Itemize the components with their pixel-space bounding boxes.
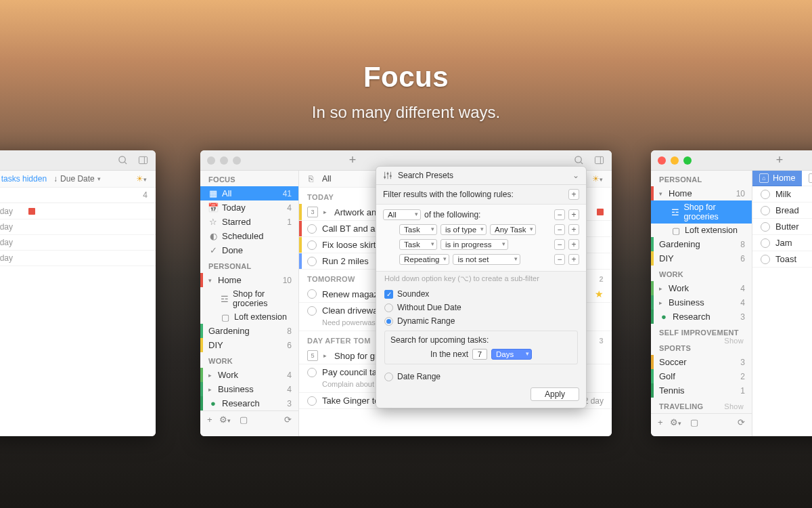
remove-rule-button[interactable]: − — [554, 254, 565, 265]
checkbox[interactable] — [307, 224, 317, 234]
max-light[interactable] — [683, 156, 692, 165]
sidebar-business[interactable]: ▸Business4 — [651, 295, 752, 310]
remove-rule-button[interactable]: − — [554, 224, 565, 235]
sidebar-focus-done[interactable]: ✓Done — [200, 243, 298, 257]
task-row[interactable]: Bread — [752, 203, 812, 219]
tab-shop[interactable]: 5▾Shop fo — [802, 171, 812, 186]
checkbox[interactable] — [761, 238, 770, 248]
show-button[interactable]: Show — [724, 402, 744, 410]
sync-icon[interactable]: ⟳ — [738, 417, 745, 427]
max-light[interactable] — [233, 156, 241, 165]
unit-select[interactable]: Days — [491, 349, 532, 360]
sidebar-tennis[interactable]: Tennis1 — [651, 383, 752, 398]
sidebar-work[interactable]: ▸Work4 — [651, 281, 752, 295]
svg-line-1 — [125, 162, 127, 164]
gear-icon[interactable]: ⚙▾ — [670, 417, 683, 427]
add-list-icon[interactable]: + — [658, 417, 663, 427]
sidebar-work[interactable]: ▸Work4 — [200, 368, 298, 382]
weather-icon[interactable]: ☀︎▾ — [592, 174, 605, 184]
search-icon[interactable] — [572, 154, 585, 167]
min-light[interactable] — [671, 156, 679, 165]
search-icon[interactable] — [116, 154, 129, 167]
add-rule-button[interactable]: + — [568, 239, 579, 250]
show-button[interactable]: Show — [724, 337, 744, 345]
scope-select[interactable]: All — [383, 209, 421, 220]
remove-rule-button[interactable]: − — [554, 239, 565, 250]
add-rule-button[interactable]: + — [568, 254, 579, 265]
calendar-footer-icon[interactable]: ▢ — [690, 417, 698, 427]
checkbox[interactable] — [307, 240, 317, 250]
checkbox[interactable] — [761, 222, 770, 232]
rule-op[interactable]: is in progress — [441, 239, 508, 250]
checkbox[interactable] — [761, 190, 770, 199]
min-light[interactable] — [220, 156, 228, 165]
sidebar-home[interactable]: ▾Home10 — [200, 273, 298, 287]
checkbox[interactable] — [307, 289, 317, 299]
sidebar-research[interactable]: ●Research3 — [200, 396, 298, 410]
apply-button[interactable]: Apply — [531, 387, 579, 401]
rule-field[interactable]: Task — [399, 239, 437, 250]
rule-value[interactable]: Any Task — [490, 224, 536, 235]
add-icon[interactable]: + — [776, 153, 784, 167]
sidebar-gardening[interactable]: Gardening8 — [651, 237, 752, 251]
task-row[interactable]: Butter — [752, 219, 812, 235]
soundex-label: Soundex — [397, 289, 429, 299]
add-icon[interactable]: + — [349, 153, 357, 167]
rule-field[interactable]: Repeating — [399, 254, 449, 265]
without-due-radio[interactable] — [384, 303, 393, 312]
panel-toggle-icon[interactable] — [593, 154, 605, 167]
sidebar-loft-extension[interactable]: ▢Loft extension — [651, 224, 752, 237]
weather-icon[interactable]: ☀︎▾ — [136, 174, 149, 184]
close-light[interactable] — [658, 156, 666, 165]
sidebar-business[interactable]: ▸Business4 — [200, 382, 298, 396]
date-range-radio[interactable] — [384, 373, 393, 381]
task-row[interactable]: Jam — [752, 235, 812, 251]
rule-field[interactable]: Task — [399, 224, 437, 235]
sidebar-golf[interactable]: Golf2 — [651, 369, 752, 383]
rule-op[interactable]: is not set — [453, 254, 520, 265]
checkbox[interactable] — [761, 255, 770, 264]
sidebar-focus-starred[interactable]: ☆Starred1 — [200, 215, 298, 229]
sidebar-diy[interactable]: DIY6 — [651, 251, 752, 266]
sidebar-diy[interactable]: DIY6 — [200, 338, 298, 352]
sidebar-focus-today[interactable]: 📅Today4 — [200, 200, 298, 215]
close-light[interactable] — [207, 156, 215, 165]
gear-icon[interactable]: ⚙▾ — [219, 415, 233, 425]
checkbox[interactable] — [307, 396, 317, 406]
days-input[interactable]: 7 — [472, 349, 487, 360]
panel-toggle-icon[interactable] — [137, 154, 149, 167]
sidebar-home[interactable]: ▾Home10 — [651, 186, 752, 200]
add-rule-button[interactable]: + — [568, 189, 579, 200]
filter-icon[interactable]: ⎘ — [306, 174, 315, 184]
chevron-down-icon[interactable]: ⌄ — [572, 171, 579, 180]
sidebar-soccer[interactable]: Soccer3 — [651, 355, 752, 369]
soundex-checkbox[interactable]: ✓ — [384, 290, 393, 299]
rule-op[interactable]: is of type — [441, 224, 487, 235]
sidebar-research[interactable]: ●Research3 — [651, 310, 752, 324]
add-rule-button[interactable]: + — [568, 209, 579, 220]
sync-icon[interactable]: ⟳ — [284, 415, 292, 425]
sidebar-shop-groceries[interactable]: ☲Shop for groceries — [200, 287, 298, 310]
checkbox[interactable] — [307, 306, 317, 316]
remove-rule-button[interactable]: − — [554, 209, 565, 220]
checkbox[interactable] — [307, 257, 317, 266]
add-rule-button[interactable]: + — [568, 224, 579, 235]
sidebar-focus-scheduled[interactable]: ◐Scheduled — [200, 229, 298, 243]
hidden-count[interactable]: 37 tasks hidden — [0, 174, 47, 184]
calendar-footer-icon[interactable]: ▢ — [240, 415, 248, 425]
task-row[interactable]: Milk — [752, 186, 812, 203]
checkbox[interactable] — [307, 368, 317, 377]
sidebar-loft-extension[interactable]: ▢Loft extension — [200, 310, 298, 324]
checkbox[interactable] — [761, 206, 770, 215]
sidebar-shop-groceries[interactable]: ☲Shop for groceries — [651, 200, 752, 224]
task-row[interactable]: Toast — [752, 251, 812, 268]
sidebar-gardening[interactable]: Gardening8 — [200, 324, 298, 338]
add-list-icon[interactable]: + — [207, 415, 212, 425]
due-label: Today — [0, 253, 13, 263]
sort-control[interactable]: ↓ Due Date ▾ — [53, 174, 103, 184]
dynamic-range-radio[interactable] — [384, 317, 393, 326]
tab-home[interactable]: ⌂Home — [752, 171, 802, 186]
sidebar-focus-all[interactable]: ▦All41 — [200, 186, 298, 200]
filter-all[interactable]: All — [322, 174, 331, 184]
star-icon[interactable]: ★ — [595, 289, 604, 299]
